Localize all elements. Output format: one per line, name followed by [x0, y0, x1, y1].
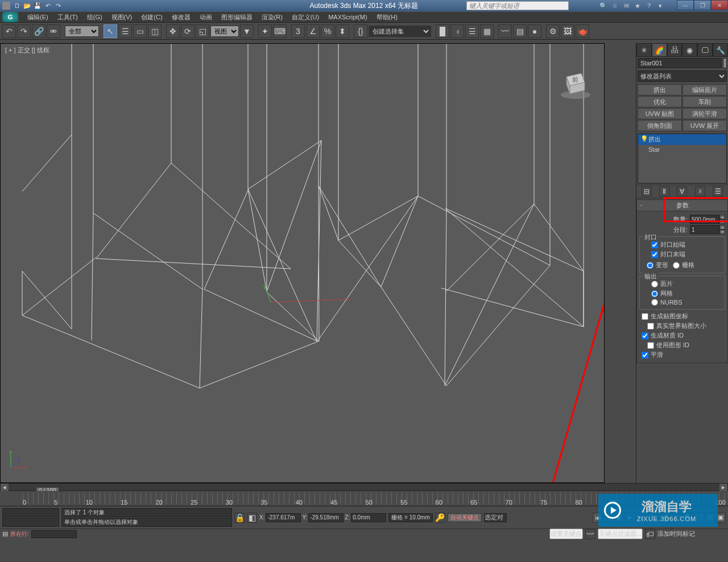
- favorites-icon[interactable]: ★: [632, 1, 643, 10]
- modifier-item-star[interactable]: Star: [638, 145, 726, 154]
- pin-stack-button[interactable]: ⊟: [642, 186, 652, 197]
- link-button[interactable]: 🔗: [32, 24, 46, 38]
- undo-icon[interactable]: ↶: [43, 1, 52, 10]
- exchange-icon[interactable]: ✉: [621, 1, 631, 10]
- morph-radio[interactable]: [647, 262, 653, 269]
- smooth-checkbox[interactable]: [642, 352, 648, 359]
- render-button[interactable]: 🫖: [576, 24, 589, 38]
- utilities-tab[interactable]: 🔧: [713, 43, 728, 57]
- keyfilter-button[interactable]: 关键点过滤器...: [598, 528, 643, 539]
- percent-snap-button[interactable]: %: [321, 24, 334, 38]
- layers-button[interactable]: ☰: [465, 24, 479, 38]
- open-icon[interactable]: 📂: [23, 1, 32, 10]
- modifier-button[interactable]: 车削: [682, 96, 727, 107]
- configure-button[interactable]: ☰: [713, 186, 723, 197]
- rollout-parameters-header[interactable]: 参数: [636, 199, 728, 211]
- help-icon[interactable]: ?: [644, 1, 654, 10]
- keyfilter-selset[interactable]: [484, 513, 507, 522]
- listener-icon[interactable]: ▤: [2, 530, 8, 538]
- motion-tab[interactable]: ◉: [682, 43, 697, 57]
- amount-up-button[interactable]: ▴: [719, 215, 725, 219]
- add-time-tag[interactable]: 添加时间标记: [657, 530, 726, 538]
- material-editor-button[interactable]: ●: [528, 24, 541, 38]
- cap-end-checkbox[interactable]: [651, 251, 658, 258]
- mirror-button[interactable]: ▐▌: [436, 24, 449, 38]
- keyboard-shortcuts-button[interactable]: ⌨: [273, 24, 287, 38]
- search-box[interactable]: [466, 1, 569, 10]
- keyfilter-icon[interactable]: 〰: [585, 529, 595, 539]
- menu-item[interactable]: 视图(V): [107, 13, 137, 22]
- modifier-item-extrude[interactable]: 💡挤出: [638, 134, 726, 145]
- gen-mapping-checkbox[interactable]: [642, 313, 648, 320]
- move-button[interactable]: ✥: [166, 24, 180, 38]
- menu-item[interactable]: 渲染(R): [257, 13, 287, 22]
- angle-snap-button[interactable]: ∠: [306, 24, 320, 38]
- scale-button[interactable]: ◱: [196, 24, 209, 38]
- modifier-button[interactable]: 编辑面片: [682, 84, 727, 95]
- amount-down-button[interactable]: ▾: [719, 219, 725, 224]
- timeslider-left-button[interactable]: ◂: [1, 484, 9, 491]
- menu-item[interactable]: 工具(T): [53, 13, 82, 22]
- menu-item[interactable]: 编辑(E): [23, 13, 53, 22]
- menu-item[interactable]: MAXScript(M): [324, 13, 371, 22]
- maximize-button[interactable]: ❐: [694, 0, 711, 10]
- real-world-checkbox[interactable]: [647, 323, 654, 330]
- create-tab[interactable]: ✳: [636, 43, 652, 57]
- named-selset-dropdown[interactable]: 创建选择集: [369, 26, 431, 37]
- align-button[interactable]: ⫞: [450, 24, 464, 38]
- autokey-button[interactable]: 自动关键点: [448, 513, 482, 522]
- render-setup-button[interactable]: ⚙: [546, 24, 560, 38]
- mini-listener-input[interactable]: [31, 530, 77, 538]
- segments-input[interactable]: [690, 225, 719, 234]
- select-button[interactable]: ↖: [104, 24, 117, 38]
- redo-icon[interactable]: ↷: [53, 1, 63, 10]
- close-button[interactable]: ✕: [711, 0, 728, 10]
- new-icon[interactable]: 🗋: [13, 1, 22, 10]
- edit-selset-button[interactable]: {}: [354, 24, 367, 38]
- search-input[interactable]: [466, 1, 569, 10]
- menu-item[interactable]: 帮助(H): [372, 13, 402, 22]
- dropdown-icon[interactable]: ▾: [655, 1, 665, 10]
- modifier-button[interactable]: UVW 展开: [682, 120, 727, 131]
- modifier-button[interactable]: 倒角剖面: [638, 120, 682, 131]
- output-patch-radio[interactable]: [651, 281, 658, 288]
- unlink-button[interactable]: ⚮: [47, 24, 60, 38]
- use-shapeid-checkbox[interactable]: [647, 342, 654, 349]
- isolate-button[interactable]: ◧: [247, 513, 257, 523]
- key-mode-button[interactable]: 🔑: [435, 513, 445, 523]
- selection-filter-dropdown[interactable]: 全部: [65, 26, 99, 37]
- ref-coord-dropdown[interactable]: 视图: [210, 26, 239, 37]
- modifier-button[interactable]: UVW 贴图: [638, 108, 682, 119]
- segments-down-button[interactable]: ▾: [719, 230, 725, 234]
- binoculars-icon[interactable]: 🔍: [598, 1, 609, 10]
- menu-item[interactable]: 图形编辑器: [217, 13, 257, 22]
- amount-input[interactable]: [690, 215, 719, 224]
- modifier-button[interactable]: 涡轮平滑: [682, 108, 727, 119]
- modifier-button[interactable]: 挤出: [638, 84, 682, 95]
- minimize-button[interactable]: —: [677, 0, 694, 10]
- output-nurbs-radio[interactable]: [651, 299, 658, 306]
- lock-selection-button[interactable]: 🔒: [234, 513, 245, 523]
- segments-up-button[interactable]: ▴: [719, 225, 725, 230]
- application-menu-button[interactable]: G: [2, 12, 18, 22]
- timetag-icon[interactable]: 🏷: [645, 529, 655, 539]
- graphite-button[interactable]: ▦: [480, 24, 494, 38]
- rect-region-button[interactable]: ▭: [133, 24, 147, 38]
- modify-tab[interactable]: 🌈: [652, 43, 667, 57]
- time-slider[interactable]: ◂ 0 / 100 ▸: [0, 483, 728, 491]
- cap-start-checkbox[interactable]: [651, 242, 658, 248]
- object-color-swatch[interactable]: [723, 58, 727, 68]
- z-input[interactable]: [351, 513, 386, 522]
- modifier-list-dropdown[interactable]: 修改器列表: [638, 70, 727, 82]
- gen-matid-checkbox[interactable]: [642, 332, 648, 339]
- menu-item[interactable]: 修改器: [167, 13, 195, 22]
- render-frame-button[interactable]: 🖼: [561, 24, 574, 38]
- menu-item[interactable]: 组(G): [82, 13, 107, 22]
- snap-3d-button[interactable]: 3: [291, 24, 305, 38]
- unique-button[interactable]: ∀: [677, 186, 687, 197]
- menu-item[interactable]: 创建(C): [136, 13, 167, 22]
- x-input[interactable]: [266, 513, 301, 522]
- display-tab[interactable]: 🖵: [697, 43, 713, 57]
- select-name-button[interactable]: ☰: [118, 24, 132, 38]
- undo-button[interactable]: ↶: [2, 24, 16, 38]
